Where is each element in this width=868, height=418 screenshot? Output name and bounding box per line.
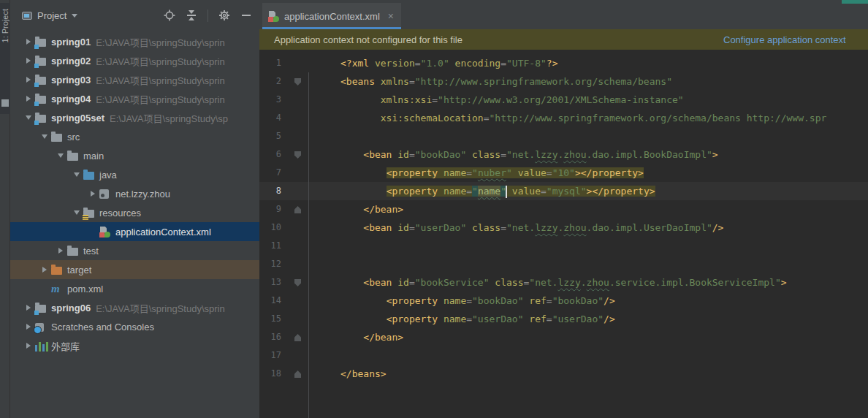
line-number: 8 — [259, 182, 281, 200]
tree-item-spring04[interactable]: spring04E:\JAVA项目\springStudy\sprin — [10, 89, 259, 108]
code-text: <bean id="bookService" class="net.lzzy.z… — [311, 273, 787, 292]
tree-item-spring02[interactable]: spring02E:\JAVA项目\springStudy\sprin — [10, 51, 259, 70]
tree-item-target[interactable]: target — [10, 260, 259, 279]
gutter-fold-column — [281, 91, 311, 109]
tree-item-resources[interactable]: resources — [10, 203, 259, 222]
fold-marker-icon[interactable] — [294, 334, 301, 341]
line-number: 15 — [259, 310, 281, 328]
code-text: <property name="name" value="mysql"></pr… — [311, 182, 655, 200]
package-icon — [99, 188, 114, 200]
configure-application-context-link[interactable]: Configure application context — [723, 34, 846, 45]
tree-item-spring06[interactable]: spring06E:\JAVA项目\springStudy\sprin — [10, 298, 259, 317]
collapse-arrow-icon[interactable] — [70, 172, 83, 177]
code-text: <property name="nuber" value="10"></prop… — [311, 164, 644, 182]
tree-item-spring05set[interactable]: spring05setE:\JAVA项目\springStudy\sp — [10, 108, 259, 127]
chevron-down-icon[interactable] — [72, 14, 77, 18]
expand-arrow-icon[interactable] — [22, 58, 35, 64]
line-number: 17 — [259, 346, 281, 365]
gutter-fold-column — [281, 145, 311, 164]
code-text: </bean> — [311, 200, 403, 218]
spring-xml-file-icon — [268, 11, 279, 22]
tree-item-外部库[interactable]: 外部库 — [10, 336, 259, 355]
resources-folder-icon — [83, 207, 98, 218]
code-editor[interactable]: 1<?xml version="1.0" encoding="UTF-8"?>2… — [259, 50, 868, 418]
code-line-13: 13 <bean id="bookService" class="net.lzz… — [259, 273, 868, 292]
gutter-fold-column — [281, 127, 311, 145]
project-folder-icon — [35, 36, 50, 48]
fold-marker-icon[interactable] — [294, 370, 301, 378]
code-text: xsi:schemaLocation="http://www.springfra… — [311, 109, 826, 127]
code-text: <property name="bookDao" ref="bookDao"/> — [311, 292, 615, 310]
line-number: 10 — [259, 218, 281, 237]
tree-item-java[interactable]: java — [10, 165, 259, 184]
collapse-all-icon[interactable] — [186, 10, 197, 21]
tree-item-label: resources — [99, 208, 141, 218]
line-number: 3 — [259, 91, 281, 109]
collapse-arrow-icon[interactable] — [38, 134, 51, 139]
settings-gear-icon[interactable] — [218, 10, 230, 21]
fold-marker-icon[interactable] — [294, 151, 301, 159]
project-folder-icon — [35, 302, 50, 314]
collapse-arrow-icon[interactable] — [70, 210, 83, 215]
tree-item-label: applicationContext.xml — [115, 227, 211, 238]
gutter-fold-column — [281, 292, 311, 310]
code-line-6: 6 <bean id="bookDao" class="net.lzzy.zho… — [259, 145, 868, 164]
folder-icon — [51, 131, 66, 142]
expand-arrow-icon[interactable] — [38, 267, 51, 273]
expand-arrow-icon[interactable] — [22, 305, 35, 311]
expand-arrow-icon[interactable] — [54, 248, 67, 254]
code-line-2: 2<beans xmlns="http://www.springframewor… — [259, 72, 868, 91]
code-text: xmlns:xsi="http://www.w3.org/2001/XMLSch… — [311, 91, 684, 109]
project-folder-icon — [35, 74, 50, 86]
code-line-18: 18</beans> — [259, 365, 868, 383]
fold-marker-icon[interactable] — [294, 78, 301, 86]
tree-item-Scratches and Consoles[interactable]: Scratches and Consoles — [10, 317, 259, 336]
collapse-arrow-icon[interactable] — [54, 153, 67, 158]
code-text: </beans> — [311, 365, 387, 383]
code-text — [311, 346, 340, 365]
collapse-arrow-icon[interactable] — [22, 115, 35, 120]
expand-arrow-icon[interactable] — [22, 96, 35, 102]
tree-item-label: net.lzzy.zhou — [115, 189, 170, 200]
code-line-3: 3 xmlns:xsi="http://www.w3.org/2001/XMLS… — [259, 91, 868, 109]
project-window-icon — [22, 12, 32, 20]
tree-item-path: E:\JAVA项目\springStudy\sprin — [96, 54, 225, 68]
line-number: 5 — [259, 127, 281, 145]
code-line-4: 4 xsi:schemaLocation="http://www.springf… — [259, 109, 868, 127]
gutter-fold-column — [281, 346, 311, 365]
gutter-fold-column — [281, 72, 311, 91]
tree-item-test[interactable]: test — [10, 241, 259, 260]
maven-icon: m — [51, 283, 66, 294]
fold-marker-icon[interactable] — [294, 279, 301, 286]
gutter-fold-column — [281, 365, 311, 383]
editor-tab-applicationContext[interactable]: applicationContext.xml × — [262, 3, 401, 29]
tree-item-main[interactable]: main — [10, 146, 259, 165]
code-text — [311, 237, 340, 255]
expand-arrow-icon[interactable] — [86, 191, 99, 197]
code-line-7: 7 <property name="nuber" value="10"></pr… — [259, 164, 868, 182]
tool-stripe-project-button[interactable]: 1: Project — [0, 3, 10, 114]
tree-item-src[interactable]: src — [10, 127, 259, 146]
gutter-fold-column — [281, 200, 311, 218]
tab-close-icon[interactable]: × — [388, 11, 394, 21]
tree-item-pom.xml[interactable]: mpom.xml — [10, 279, 259, 298]
tree-item-applicationContext.xml[interactable]: applicationContext.xml — [10, 222, 259, 241]
locate-icon[interactable] — [164, 10, 175, 21]
expand-arrow-icon[interactable] — [22, 343, 35, 349]
toolbar-divider — [208, 10, 208, 22]
tree-item-path: E:\JAVA项目\springStudy\sp — [110, 111, 228, 125]
tree-item-label: 外部库 — [51, 339, 80, 353]
fold-marker-icon[interactable] — [294, 206, 301, 213]
gutter-fold-column — [281, 109, 311, 127]
tree-item-net.lzzy.zhou[interactable]: net.lzzy.zhou — [10, 184, 259, 203]
tree-item-spring03[interactable]: spring03E:\JAVA项目\springStudy\sprin — [10, 70, 259, 89]
tree-item-spring01[interactable]: spring01E:\JAVA项目\springStudy\sprin — [10, 32, 259, 51]
gutter-fold-column — [281, 237, 311, 255]
expand-arrow-icon[interactable] — [22, 39, 35, 45]
tree-item-label: src — [67, 132, 80, 142]
code-text: </bean> — [311, 328, 403, 346]
tree-item-label: spring01 — [51, 37, 91, 48]
tree-item-label: pom.xml — [67, 284, 103, 294]
hide-panel-icon[interactable] — [240, 10, 252, 21]
expand-arrow-icon[interactable] — [22, 77, 35, 83]
